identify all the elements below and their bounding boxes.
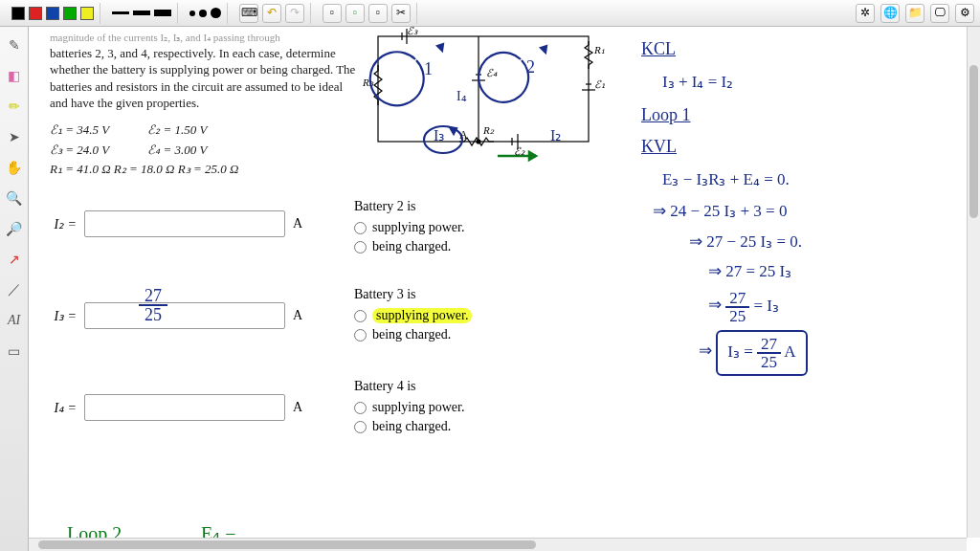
battery2-radio-supply[interactable] [354, 222, 367, 234]
step-2: 27 − 25 I₃ = 0. [689, 230, 957, 254]
vscroll-thumb[interactable] [969, 65, 978, 218]
highlighter-icon[interactable]: ✏ [4, 96, 25, 117]
battery2-opt1[interactable]: supplying power. [354, 220, 464, 235]
I4-unit: A [293, 400, 302, 415]
problem-text: magnitude of the currents I₂, I₃, and I₄… [50, 31, 356, 181]
globe-icon[interactable]: 🌐 [880, 4, 900, 23]
redo-icon[interactable]: ↷ [285, 4, 304, 23]
color-swatches [6, 3, 100, 24]
I2-input[interactable] [84, 210, 285, 237]
kcl-title: KCL [641, 36, 957, 62]
battery2-opt2[interactable]: being charged. [354, 239, 464, 254]
eraser-icon[interactable]: ◧ [4, 65, 25, 86]
text-icon[interactable]: AI [4, 310, 25, 331]
I4-input[interactable] [84, 394, 285, 421]
answer-I4: I₄ = A [50, 394, 302, 421]
step-box: I₃ = 2725 A [699, 330, 957, 376]
swatch-red[interactable] [29, 7, 42, 20]
new-page-icon[interactable]: ▫ [323, 4, 342, 23]
E1-label: ℰ₁ [594, 78, 605, 91]
battery3-radio-charge[interactable] [354, 329, 367, 342]
whiteboard-canvas[interactable]: magnitude of the currents I₂, I₃, and I₄… [29, 27, 980, 551]
swatch-blue[interactable] [46, 7, 59, 20]
E4-label: ℰ₄ [486, 67, 497, 79]
R2-label: R₂ [483, 124, 494, 137]
handwritten-derivation: KCL I₃ + I₄ = I₂ Loop 1 KVL E₃ − I₃R₃ + … [641, 36, 957, 382]
tool-sidebar: ✎ ◧ ✏ ➤ ✋ 🔍 🔎 ↗ ／ AI ▭ [0, 27, 29, 551]
vertical-scrollbar[interactable] [967, 27, 980, 538]
stroke-thick[interactable] [154, 10, 171, 16]
battery3-opt2[interactable]: being charged. [354, 327, 472, 342]
pen-icon[interactable]: ✎ [4, 34, 25, 55]
hand-icon[interactable]: ✋ [4, 157, 25, 178]
undo-icon[interactable]: ↶ [262, 4, 281, 23]
answer-I3: I₃ = A [50, 302, 302, 329]
swatch-green[interactable] [63, 7, 77, 20]
page-green-icon[interactable]: ▫ [345, 4, 365, 23]
zoom-in-icon[interactable]: 🔍 [4, 187, 25, 209]
dot-med[interactable] [199, 10, 207, 17]
keyboard-icon[interactable]: ⌨ [239, 4, 258, 23]
battery2-title: Battery 2 is [354, 199, 464, 214]
step-4: 2725 = I₃ [708, 290, 957, 324]
swatch-yellow[interactable] [80, 7, 94, 20]
kvl-equation: E₃ − I₃R₃ + E₄ = 0. [662, 167, 957, 192]
loop1-title: Loop 1 [641, 102, 957, 128]
battery4-opt1[interactable]: supplying power. [354, 400, 464, 415]
laser-icon[interactable]: ↗ [4, 249, 25, 270]
value-E1: ℰ₁ = 34.5 V [50, 121, 109, 139]
battery4-radio-charge[interactable] [354, 421, 367, 433]
I3-input[interactable] [84, 302, 285, 329]
svg-point-10 [477, 140, 480, 143]
gear-icon[interactable]: ⚙ [955, 4, 974, 23]
kcl-equation: I₃ + I₄ = I₂ [662, 70, 957, 95]
hscroll-thumb[interactable] [38, 540, 536, 549]
zoom-out-icon[interactable]: 🔎 [4, 218, 25, 239]
battery2-radio-charge[interactable] [354, 241, 367, 253]
R3-label: R₃ [363, 77, 373, 89]
loop1-label: 1 [424, 59, 433, 79]
horizontal-scrollbar[interactable] [29, 538, 967, 551]
stroke-med[interactable] [133, 11, 150, 15]
action-buttons: ⌨ ↶ ↷ [234, 3, 311, 24]
pin-icon[interactable]: ✲ [856, 4, 875, 23]
kvl-title: KVL [641, 134, 957, 160]
battery4-opt2[interactable]: being charged. [354, 419, 464, 434]
stroke-thin[interactable] [112, 11, 129, 14]
page-icon[interactable]: ▫ [368, 4, 388, 23]
value-E4: ℰ₄ = 3.00 V [147, 142, 207, 159]
step-1: 24 − 25 I₃ + 3 = 0 [653, 199, 957, 224]
battery3-radio-supply[interactable] [354, 310, 367, 322]
E2-label: ℰ₂ [514, 145, 524, 158]
value-E3: ℰ₃ = 24.0 V [50, 142, 109, 159]
I3-handwritten-value: 2725 [139, 287, 167, 323]
top-toolbar: ⌨ ↶ ↷ ▫ ▫ ▫ ✂ ✲ 🌐 📁 🖵 ⚙ [0, 0, 980, 27]
dot-big[interactable] [211, 8, 221, 18]
answer-I2: I₂ = A [50, 210, 302, 237]
problem-cutoff-line: magnitude of the currents I₂, I₃, and I₄… [50, 31, 356, 45]
R1-label: R₁ [594, 44, 605, 56]
dot-sizes [184, 3, 228, 24]
rect-icon[interactable]: ▭ [4, 341, 25, 362]
battery3-opt1[interactable]: supplying power. [354, 308, 472, 323]
page-buttons: ▫ ▫ ▫ ✂ [317, 3, 417, 24]
battery3-title: Battery 3 is [354, 287, 472, 302]
I2-unit: A [293, 216, 302, 231]
I2-label: I₂ = [50, 216, 77, 232]
battery4-radio-supply[interactable] [354, 402, 367, 414]
pointer-icon[interactable]: ➤ [4, 126, 25, 147]
line-icon[interactable]: ／ [4, 279, 25, 300]
i3-label: I₃ [434, 126, 444, 144]
battery3-block: Battery 3 is supplying power. being char… [354, 287, 472, 346]
loop2-label: 2 [526, 57, 535, 77]
monitor-icon[interactable]: 🖵 [930, 4, 949, 23]
stroke-widths [106, 3, 178, 24]
i2-label: I₂ [550, 126, 561, 144]
screenshot-icon[interactable]: ✂ [391, 4, 411, 23]
folder-icon[interactable]: 📁 [905, 4, 924, 23]
swatch-black[interactable] [11, 7, 25, 20]
I3-unit: A [293, 308, 302, 323]
dot-small[interactable] [189, 11, 195, 16]
problem-body: batteries 2, 3, and 4, respectively. In … [50, 45, 356, 112]
node-A-label: A [459, 128, 468, 143]
